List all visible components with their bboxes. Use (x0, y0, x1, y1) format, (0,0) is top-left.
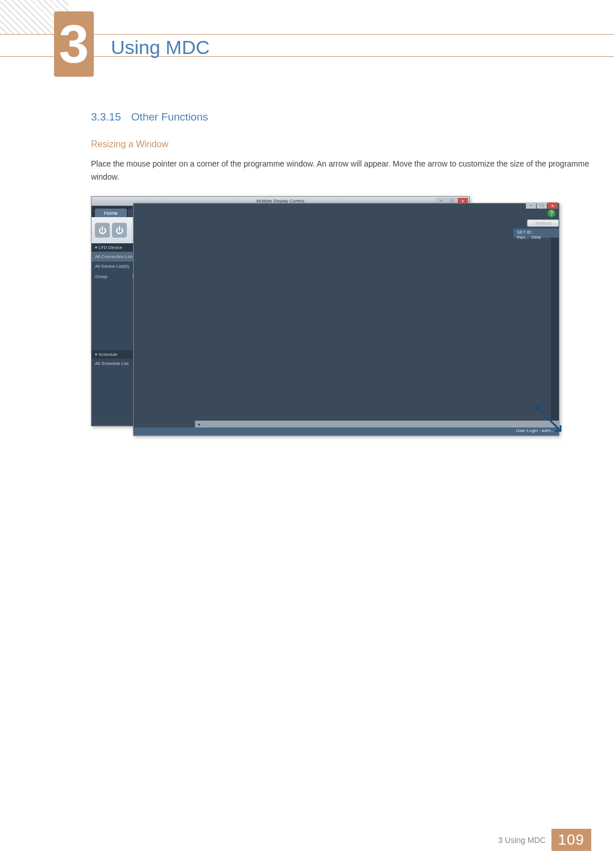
page-number: 109 (551, 829, 591, 851)
titlebar-front: − □ x (134, 203, 559, 206)
power-off-icon[interactable]: ⏻ (112, 223, 127, 238)
section-heading: 3.3.15Other Functions (91, 111, 591, 123)
subsection-title: Resizing a Window (91, 139, 591, 149)
tab-home[interactable]: Home (95, 209, 127, 217)
section-number: 3.3.15 (91, 111, 121, 123)
refresh-button-front[interactable]: Refresh (527, 219, 559, 227)
screenshot-figure: Multiple Display Control − □ x ? Home Pi… (91, 196, 563, 443)
chapter-number-badge: 3 (54, 11, 94, 77)
power-on-icon[interactable]: ⏻ (95, 223, 110, 238)
content-area: 3.3.15Other Functions Resizing a Window … (91, 111, 591, 443)
body-paragraph: Place the mouse pointer on a corner of t… (91, 157, 591, 184)
status-bar-front: User Login : adm... (134, 427, 559, 435)
horizontal-scrollbar-front[interactable] (195, 421, 559, 427)
resize-arrow-annotation (532, 402, 566, 437)
chapter-title: Using MDC (111, 36, 210, 59)
section-title: Other Functions (131, 111, 208, 123)
col-setid-front[interactable]: SET ID Ran... Dete (513, 229, 559, 238)
mdc-window-front: − □ x ? SET ID Ran... Dete Refresh User … (133, 203, 559, 436)
close-button[interactable]: x (547, 202, 558, 209)
group-label: Group (95, 274, 107, 279)
maximize-button[interactable]: □ (537, 202, 547, 209)
help-icon[interactable]: ? (547, 209, 555, 217)
page-footer: 3 Using MDC 109 (498, 829, 591, 851)
minimize-button[interactable]: − (526, 202, 536, 209)
exposed-strip (551, 229, 559, 426)
footer-text: 3 Using MDC (498, 836, 545, 845)
